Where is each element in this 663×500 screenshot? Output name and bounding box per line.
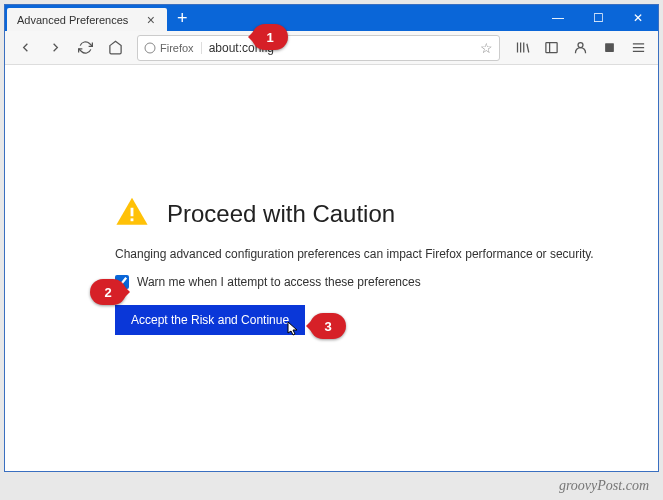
reload-button[interactable]	[71, 34, 99, 62]
warn-checkbox-row[interactable]: Warn me when I attempt to access these p…	[115, 275, 658, 289]
svg-rect-3	[605, 43, 614, 52]
toolbar: Firefox about:config ☆	[5, 31, 658, 65]
watermark: groovyPost.com	[559, 478, 649, 494]
menu-icon[interactable]	[624, 34, 652, 62]
new-tab-button[interactable]: +	[167, 8, 198, 29]
svg-rect-1	[545, 43, 556, 53]
svg-point-2	[578, 43, 583, 48]
tab-close-icon[interactable]: ×	[143, 12, 159, 28]
account-icon[interactable]	[566, 34, 594, 62]
window-controls: — ☐ ✕	[538, 5, 658, 31]
home-button[interactable]	[101, 34, 129, 62]
extension-icon[interactable]	[595, 34, 623, 62]
svg-rect-4	[131, 208, 134, 217]
bookmark-star-icon[interactable]: ☆	[480, 40, 493, 56]
browser-window: Advanced Preferences × + — ☐ ✕ Firefox a…	[4, 4, 659, 472]
warning-heading: Proceed with Caution	[167, 200, 395, 228]
accept-risk-button[interactable]: Accept the Risk and Continue	[115, 305, 305, 335]
warning-triangle-icon	[115, 195, 149, 233]
sidebar-icon[interactable]	[537, 34, 565, 62]
tab-active[interactable]: Advanced Preferences ×	[7, 8, 167, 31]
identity-label: Firefox	[160, 42, 194, 54]
tab-title: Advanced Preferences	[17, 14, 128, 26]
maximize-button[interactable]: ☐	[578, 5, 618, 31]
accept-button-label: Accept the Risk and Continue	[131, 313, 289, 327]
svg-rect-5	[131, 218, 134, 221]
titlebar: Advanced Preferences × + — ☐ ✕	[5, 5, 658, 31]
firefox-icon	[144, 42, 156, 54]
url-bar[interactable]: Firefox about:config ☆	[137, 35, 500, 61]
library-icon[interactable]	[508, 34, 536, 62]
toolbar-right-icons	[508, 34, 652, 62]
svg-point-0	[145, 43, 155, 53]
annotation-callout-2: 2	[90, 279, 126, 305]
warning-header: Proceed with Caution	[115, 195, 658, 233]
identity-box[interactable]: Firefox	[144, 42, 202, 54]
back-button[interactable]	[11, 34, 39, 62]
minimize-button[interactable]: —	[538, 5, 578, 31]
close-button[interactable]: ✕	[618, 5, 658, 31]
forward-button[interactable]	[41, 34, 69, 62]
annotation-callout-1: 1	[252, 24, 288, 50]
warn-checkbox-label: Warn me when I attempt to access these p…	[137, 275, 421, 289]
page-content: Proceed with Caution Changing advanced c…	[5, 65, 658, 471]
warning-description: Changing advanced configuration preferen…	[115, 247, 658, 261]
annotation-callout-3: 3	[310, 313, 346, 339]
